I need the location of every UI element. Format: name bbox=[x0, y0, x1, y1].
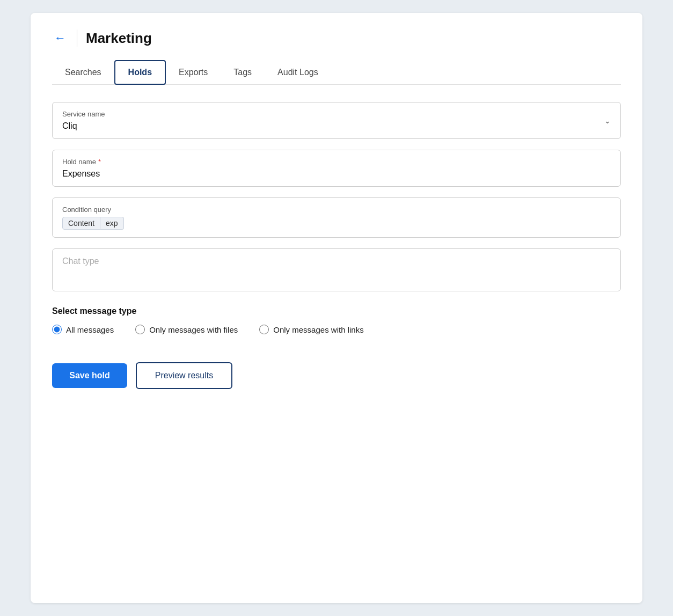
condition-query-label: Condition query bbox=[62, 206, 611, 214]
tab-audit-logs[interactable]: Audit Logs bbox=[265, 60, 331, 84]
form: Service name Cliq ⌄ Hold name * Expenses… bbox=[52, 102, 621, 389]
hold-name-value: Expenses bbox=[62, 169, 611, 179]
service-name-label: Service name bbox=[62, 110, 611, 118]
back-button[interactable]: ← bbox=[52, 29, 68, 47]
radio-files-label: Only messages with files bbox=[149, 325, 238, 334]
condition-tag-label: Content bbox=[62, 217, 100, 230]
tab-tags[interactable]: Tags bbox=[221, 60, 265, 84]
message-type-section: Select message type All messages Only me… bbox=[52, 306, 621, 334]
radio-all-input[interactable] bbox=[52, 325, 62, 334]
save-hold-button[interactable]: Save hold bbox=[52, 363, 127, 388]
radio-links[interactable]: Only messages with links bbox=[259, 325, 363, 334]
button-row: Save hold Preview results bbox=[52, 362, 621, 389]
radio-links-label: Only messages with links bbox=[273, 325, 363, 334]
condition-query-field[interactable]: Condition query Content exp bbox=[52, 197, 621, 238]
radio-all-label: All messages bbox=[66, 325, 114, 334]
preview-results-button[interactable]: Preview results bbox=[136, 362, 232, 389]
message-type-title: Select message type bbox=[52, 306, 621, 316]
radio-group: All messages Only messages with files On… bbox=[52, 325, 621, 334]
tab-holds[interactable]: Holds bbox=[114, 60, 166, 85]
hold-name-field[interactable]: Hold name * Expenses bbox=[52, 150, 621, 187]
chat-type-placeholder: Chat type bbox=[62, 256, 611, 266]
chat-type-field[interactable]: Chat type bbox=[52, 248, 621, 291]
hold-name-label: Hold name * bbox=[62, 158, 611, 166]
radio-files[interactable]: Only messages with files bbox=[135, 325, 238, 334]
header-divider bbox=[77, 30, 77, 47]
page-title: Marketing bbox=[86, 30, 152, 47]
radio-files-input[interactable] bbox=[135, 325, 145, 334]
radio-all-messages[interactable]: All messages bbox=[52, 325, 114, 334]
header: ← Marketing bbox=[52, 29, 621, 47]
tab-bar: Searches Holds Exports Tags Audit Logs bbox=[52, 60, 621, 85]
condition-tag-value: exp bbox=[100, 217, 124, 230]
condition-tag-container: Content exp bbox=[62, 217, 611, 230]
service-name-field[interactable]: Service name Cliq ⌄ bbox=[52, 102, 621, 139]
main-container: ← Marketing Searches Holds Exports Tags … bbox=[31, 13, 642, 603]
chevron-down-icon: ⌄ bbox=[604, 116, 611, 125]
tab-searches[interactable]: Searches bbox=[52, 60, 114, 84]
service-name-value: Cliq bbox=[62, 121, 611, 131]
radio-links-input[interactable] bbox=[259, 325, 269, 334]
required-indicator: * bbox=[98, 158, 101, 166]
tab-exports[interactable]: Exports bbox=[166, 60, 221, 84]
